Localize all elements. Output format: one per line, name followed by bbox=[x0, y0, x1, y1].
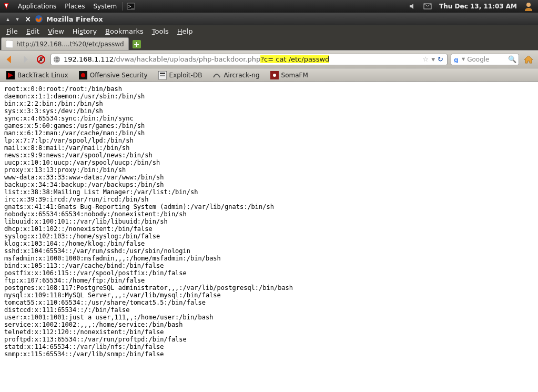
bookmark-star-icon[interactable]: ☆ bbox=[421, 55, 431, 63]
svg-text:g: g bbox=[454, 56, 459, 63]
menu-history[interactable]: History bbox=[68, 27, 101, 35]
back-button[interactable] bbox=[3, 53, 16, 66]
menu-edit[interactable]: Edit bbox=[22, 27, 44, 35]
forward-button[interactable] bbox=[19, 53, 32, 66]
home-button[interactable] bbox=[522, 53, 535, 66]
backtrack-icon bbox=[6, 71, 15, 79]
search-placeholder: Google bbox=[467, 56, 508, 63]
window-title: Mozilla Firefox bbox=[46, 15, 103, 23]
search-box[interactable]: g ▼ Google 🔍 bbox=[451, 54, 519, 65]
firefox-menu-bar: File Edit View History Bookmarks Tools H… bbox=[0, 25, 538, 37]
plus-icon: + bbox=[133, 40, 141, 48]
bookmark-offsec[interactable]: Offensive Security bbox=[75, 70, 152, 81]
svg-point-3 bbox=[526, 3, 531, 7]
menu-tools[interactable]: Tools bbox=[148, 27, 173, 35]
panel-separator bbox=[122, 2, 123, 11]
reload-icon[interactable]: ↻ bbox=[436, 55, 445, 63]
bookmarks-toolbar: BackTrack Linux Offensive Security Explo… bbox=[0, 68, 538, 82]
window-down-icon[interactable]: ▾ bbox=[14, 16, 21, 23]
google-icon: g bbox=[453, 56, 461, 63]
svg-point-15 bbox=[81, 73, 85, 77]
tab-strip: http://192.168....t%20/etc/passwd + bbox=[0, 37, 538, 51]
svg-point-20 bbox=[273, 74, 276, 77]
bookmark-label: BackTrack Linux bbox=[17, 72, 68, 79]
svg-rect-17 bbox=[160, 73, 165, 74]
noscript-icon[interactable]: S bbox=[35, 53, 47, 66]
tab-favicon-icon bbox=[6, 41, 13, 48]
panel-menu-places[interactable]: Places bbox=[60, 3, 89, 10]
panel-clock[interactable]: Thu Dec 13, 11:03 AM bbox=[435, 3, 521, 10]
window-up-icon[interactable]: ▴ bbox=[4, 16, 12, 23]
aircrack-icon bbox=[212, 71, 221, 79]
menu-bookmarks[interactable]: Bookmarks bbox=[101, 27, 148, 35]
bookmark-somafm[interactable]: SomaFM bbox=[266, 70, 312, 81]
offsec-icon bbox=[79, 71, 87, 79]
browser-tab[interactable]: http://192.168....t%20/etc/passwd bbox=[1, 37, 129, 50]
globe-icon bbox=[53, 56, 60, 63]
new-tab-button[interactable]: + bbox=[131, 39, 143, 49]
window-close-icon[interactable]: × bbox=[24, 15, 32, 23]
url-host: 192.168.1.112 bbox=[64, 55, 114, 63]
svg-rect-18 bbox=[160, 75, 165, 76]
somafm-icon bbox=[270, 71, 279, 79]
distro-logo-icon bbox=[2, 2, 11, 11]
volume-icon[interactable] bbox=[409, 2, 417, 11]
search-submit-icon[interactable]: 🔍 bbox=[508, 55, 516, 63]
terminal-launcher-icon[interactable]: >_ bbox=[127, 2, 135, 11]
menu-view[interactable]: View bbox=[44, 27, 68, 35]
panel-menu-applications[interactable]: Applications bbox=[14, 3, 60, 10]
url-highlighted-query: ?c= cat /etc/passwd bbox=[260, 55, 329, 63]
url-bar[interactable]: 192.168.1.112/dvwa/hackable/uploads/php-… bbox=[50, 54, 448, 65]
bookmark-label: SomaFM bbox=[281, 72, 308, 79]
menu-help[interactable]: Help bbox=[173, 27, 197, 35]
navigation-toolbar: S 192.168.1.112/dvwa/hackable/uploads/ph… bbox=[0, 51, 538, 68]
url-history-dropdown-icon[interactable]: ▼ bbox=[430, 57, 436, 62]
window-titlebar[interactable]: ▴ ▾ × Mozilla Firefox bbox=[0, 13, 538, 25]
menu-file[interactable]: File bbox=[2, 27, 22, 35]
bookmark-backtrack[interactable]: BackTrack Linux bbox=[2, 70, 73, 81]
panel-menu-system[interactable]: System bbox=[89, 3, 121, 10]
url-path: /dvwa/hackable/uploads/php-backdoor.php bbox=[114, 55, 260, 63]
bookmark-label: Aircrack-ng bbox=[224, 72, 259, 79]
bookmark-label: Exploit-DB bbox=[169, 72, 202, 79]
svg-text:S: S bbox=[39, 57, 43, 62]
mail-icon[interactable] bbox=[423, 2, 432, 11]
bookmark-exploitdb[interactable]: Exploit-DB bbox=[154, 70, 207, 81]
svg-text:>_: >_ bbox=[128, 4, 134, 9]
exploitdb-icon bbox=[158, 71, 167, 79]
bookmark-aircrack[interactable]: Aircrack-ng bbox=[208, 70, 263, 81]
user-switcher-icon[interactable] bbox=[523, 1, 534, 12]
firefox-icon bbox=[35, 15, 43, 23]
gnome-panel: Applications Places System >_ Thu Dec 13… bbox=[0, 0, 538, 13]
page-content: root:x:0:0:root:/root:/bin/bash daemon:x… bbox=[0, 82, 538, 392]
bookmark-label: Offensive Security bbox=[90, 72, 148, 79]
tab-title: http://192.168....t%20/etc/passwd bbox=[16, 41, 124, 48]
search-engine-dropdown-icon[interactable]: ▼ bbox=[462, 57, 465, 62]
